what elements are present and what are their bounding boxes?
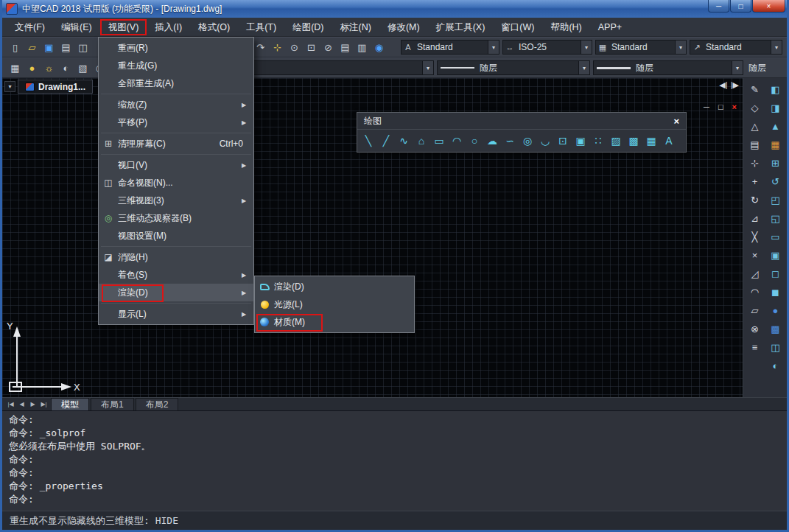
menu-item-orbit[interactable]: ◎ 三维动态观察器(B) bbox=[99, 209, 253, 227]
tool-icon[interactable]: + bbox=[746, 172, 764, 191]
save-icon[interactable]: ▣ bbox=[41, 39, 57, 56]
zoom-previous-icon[interactable]: ⊘ bbox=[320, 39, 337, 56]
tool-icon[interactable]: ◠ bbox=[746, 283, 764, 301]
menu-file[interactable]: 文件(F) bbox=[7, 19, 53, 35]
redo-icon[interactable]: ↷ bbox=[252, 39, 269, 56]
tool-icon[interactable]: ◱ bbox=[766, 209, 785, 228]
tool-icon[interactable]: ▣ bbox=[766, 246, 785, 265]
polyline-icon[interactable]: ∿ bbox=[395, 131, 413, 150]
lineweight-combo[interactable]: 随层 ▾ bbox=[593, 60, 743, 75]
circle-icon[interactable]: ○ bbox=[466, 131, 483, 150]
layer-state-icon[interactable]: ▧ bbox=[74, 60, 91, 77]
open-icon[interactable]: ▱ bbox=[24, 39, 41, 56]
menu-dimension[interactable]: 标注(N) bbox=[332, 19, 379, 35]
rectangle-icon[interactable]: ▭ bbox=[430, 131, 448, 150]
spline-icon[interactable]: ∽ bbox=[501, 131, 519, 150]
ellipse-arc-icon[interactable]: ◡ bbox=[536, 131, 554, 150]
revision-cloud-icon[interactable]: ☁ bbox=[483, 131, 501, 150]
plot-style-combo[interactable]: 随层 bbox=[746, 60, 782, 75]
tab-next-icon[interactable]: ▶ bbox=[27, 401, 38, 407]
tab-last-icon[interactable]: ▶| bbox=[38, 401, 49, 407]
document-tab[interactable]: Drawing1... bbox=[18, 80, 93, 94]
ellipse-icon[interactable]: ◎ bbox=[519, 131, 536, 150]
doc-close-icon[interactable]: × bbox=[732, 102, 737, 111]
draw-toolbar-titlebar[interactable]: 绘图 × bbox=[357, 113, 686, 130]
menu-format[interactable]: 格式(O) bbox=[190, 19, 238, 35]
point-icon[interactable]: ∷ bbox=[589, 131, 607, 150]
polygon-icon[interactable]: ⌂ bbox=[413, 131, 430, 150]
menu-modify[interactable]: 修改(M) bbox=[379, 19, 428, 35]
layer-previous-icon[interactable]: ◐ bbox=[57, 60, 74, 77]
plot-icon[interactable]: ▤ bbox=[57, 39, 74, 56]
tool-icon[interactable]: ↺ bbox=[766, 172, 785, 191]
zoom-icon[interactable]: ⊙ bbox=[286, 39, 303, 56]
menu-item-display[interactable]: 显示(L) ▶ bbox=[99, 305, 253, 323]
table-style-combo[interactable]: ▦ Standard ▾ bbox=[595, 40, 687, 55]
minimize-button[interactable]: ─ bbox=[708, 0, 729, 13]
menu-item-regen[interactable]: 重生成(G) bbox=[99, 57, 253, 74]
menu-item-zoom[interactable]: 缩放(Z) ▶ bbox=[99, 96, 253, 113]
tool-icon[interactable]: ⊞ bbox=[766, 154, 785, 172]
hatch-icon[interactable]: ▨ bbox=[607, 131, 625, 150]
tab-scroll-left-icon[interactable]: ◀| bbox=[719, 80, 727, 90]
chevron-down-icon[interactable]: ▾ bbox=[675, 41, 686, 54]
tab-layout1[interactable]: 布局1 bbox=[91, 398, 134, 410]
tool-icon[interactable]: ◿ bbox=[746, 265, 764, 283]
layer-translate-icon[interactable]: ▥ bbox=[354, 39, 371, 56]
doc-minimize-icon[interactable]: ─ bbox=[704, 102, 709, 111]
submenu-item-light[interactable]: 光源(L) bbox=[255, 295, 414, 313]
layer-on-icon[interactable]: ● bbox=[24, 60, 41, 77]
tab-prev-icon[interactable]: ◀ bbox=[16, 401, 27, 407]
tool-icon[interactable]: ≡ bbox=[746, 338, 764, 357]
tool-icon[interactable]: ▱ bbox=[746, 301, 764, 320]
menu-item-shade[interactable]: 着色(S) ▶ bbox=[99, 266, 253, 284]
preview-icon[interactable]: ◫ bbox=[74, 39, 91, 56]
pan-icon[interactable]: ⊹ bbox=[269, 39, 286, 56]
tool-icon[interactable]: ▩ bbox=[766, 320, 785, 338]
sphere-icon[interactable]: ● bbox=[766, 301, 785, 320]
layer-properties-icon[interactable]: ▦ bbox=[7, 60, 24, 77]
mleader-style-combo[interactable]: ↗ Standard ▾ bbox=[690, 40, 782, 55]
tab-model[interactable]: 模型 bbox=[51, 398, 89, 410]
menu-window[interactable]: 窗口(W) bbox=[493, 19, 542, 35]
tool-icon[interactable]: ↻ bbox=[746, 191, 764, 209]
tab-menu-icon[interactable]: ▾ bbox=[4, 81, 15, 92]
tool-icon[interactable]: ╳ bbox=[746, 228, 764, 246]
table-icon[interactable]: ▦ bbox=[642, 131, 660, 150]
layer-thaw-icon[interactable]: ☼ bbox=[41, 60, 57, 77]
layer-list-icon[interactable]: ▤ bbox=[337, 39, 354, 56]
mtext-icon[interactable]: A bbox=[660, 131, 678, 150]
dim-style-combo[interactable]: ↔ ISO-25 ▾ bbox=[502, 40, 592, 55]
new-icon[interactable]: ▯ bbox=[7, 39, 24, 56]
menu-draw[interactable]: 绘图(D) bbox=[284, 19, 332, 35]
tool-icon[interactable]: ◰ bbox=[766, 191, 785, 209]
tool-icon[interactable]: △ bbox=[746, 117, 764, 136]
chevron-down-icon[interactable]: ▾ bbox=[578, 61, 589, 74]
tool-icon[interactable]: ◻ bbox=[766, 265, 785, 283]
tool-icon[interactable]: ◫ bbox=[766, 338, 785, 357]
close-button[interactable]: × bbox=[752, 0, 785, 13]
menu-item-render[interactable]: 渲染(D) ▶ bbox=[99, 284, 253, 301]
menu-item-clean-screen[interactable]: ⊞ 清理屏幕(C) Ctrl+0 bbox=[99, 135, 253, 153]
insert-block-icon[interactable]: ⊡ bbox=[554, 131, 572, 150]
tool-icon[interactable]: ⊹ bbox=[746, 154, 764, 172]
tool-icon[interactable]: ⊿ bbox=[746, 209, 764, 228]
doc-restore-icon[interactable]: □ bbox=[718, 102, 723, 111]
menu-item-redraw[interactable]: 重画(R) bbox=[99, 39, 253, 57]
tab-first-icon[interactable]: |◀ bbox=[5, 401, 16, 407]
tool-icon[interactable]: ◼ bbox=[766, 283, 785, 301]
help-icon[interactable]: ◉ bbox=[371, 39, 388, 56]
tool-icon[interactable]: ▭ bbox=[766, 228, 785, 246]
chevron-down-icon[interactable]: ▾ bbox=[422, 61, 433, 74]
chevron-down-icon[interactable]: ▾ bbox=[581, 41, 592, 54]
tool-icon[interactable]: ▲ bbox=[766, 117, 785, 136]
menu-app-plus[interactable]: APP+ bbox=[590, 19, 630, 35]
menu-item-view-settings[interactable]: 视图设置(M) bbox=[99, 227, 253, 245]
submenu-item-material[interactable]: 材质(M) bbox=[255, 313, 414, 331]
tool-icon[interactable]: ▦ bbox=[766, 136, 785, 154]
menu-edit[interactable]: 编辑(E) bbox=[53, 19, 100, 35]
chevron-down-icon[interactable]: ▾ bbox=[488, 41, 499, 54]
tool-icon[interactable]: ◐ bbox=[766, 357, 785, 375]
construction-line-icon[interactable]: ╱ bbox=[377, 131, 395, 150]
command-history[interactable]: 命令: 命令: _solprof 您必须在布局中使用 SOLPROF。 命令: … bbox=[2, 410, 787, 511]
